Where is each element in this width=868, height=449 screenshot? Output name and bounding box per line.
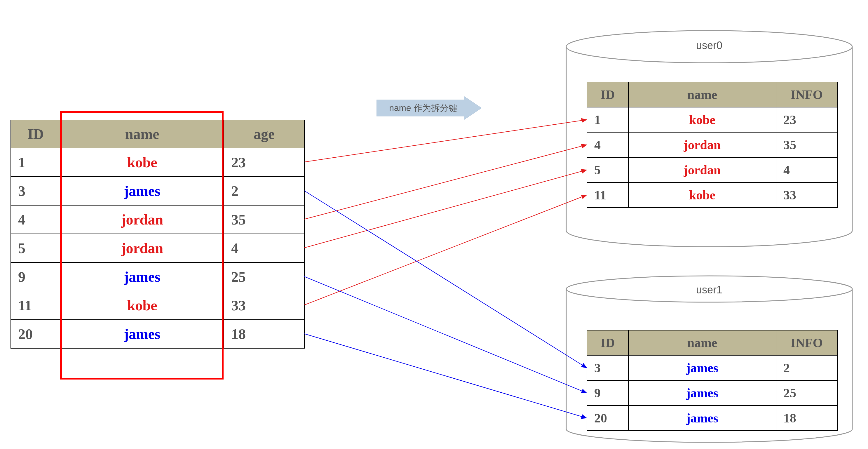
- cell-name: james: [60, 263, 224, 291]
- cell-value: 4: [224, 234, 304, 263]
- cell-id: 4: [587, 132, 628, 157]
- cell-name: james: [628, 406, 776, 430]
- header-id: ID: [11, 120, 60, 148]
- cylinder-user0-label: user0: [680, 39, 738, 52]
- header-age: age: [224, 120, 304, 148]
- cell-value: 33: [224, 291, 304, 320]
- cell-id: 3: [11, 177, 60, 205]
- header-info: INFO: [776, 82, 837, 107]
- table-header-row: ID name INFO: [587, 82, 837, 107]
- cell-value: 18: [776, 406, 837, 430]
- cell-value: 35: [224, 205, 304, 234]
- cell-id: 20: [11, 320, 60, 348]
- cell-id: 11: [587, 182, 628, 208]
- partition-key-arrow: name 作为拆分键: [376, 96, 482, 120]
- cell-name: james: [628, 355, 776, 380]
- table-row: 4jordan35: [11, 205, 304, 234]
- cell-value: 23: [776, 107, 837, 132]
- table-row: 3james2: [587, 355, 837, 380]
- cell-name: jordan: [60, 205, 224, 234]
- table-header-row: ID name age: [11, 120, 304, 148]
- cell-name: james: [60, 320, 224, 348]
- partition-key-label: name 作为拆分键: [376, 96, 470, 120]
- cell-name: james: [60, 177, 224, 205]
- table-row: 1kobe23: [587, 107, 837, 132]
- dest-table-user0: ID name INFO 1kobe234jordan355jordan411k…: [587, 82, 838, 208]
- svg-line-7: [304, 195, 587, 305]
- cell-name: kobe: [628, 107, 776, 132]
- dest-table-user1: ID name INFO 3james29james2520james18: [587, 330, 838, 431]
- cell-name: kobe: [628, 182, 776, 208]
- header-name: name: [628, 330, 776, 355]
- cell-value: 2: [224, 177, 304, 205]
- cell-value: 2: [776, 355, 837, 380]
- header-name: name: [60, 120, 224, 148]
- cell-name: jordan: [628, 157, 776, 182]
- svg-line-10: [304, 334, 587, 418]
- cell-value: 23: [224, 148, 304, 177]
- table-row: 3james2: [11, 177, 304, 205]
- table-header-row: ID name INFO: [587, 330, 837, 355]
- table-row: 11kobe33: [587, 182, 837, 208]
- cell-id: 1: [11, 148, 60, 177]
- cell-name: jordan: [60, 234, 224, 263]
- cell-name: jordan: [628, 132, 776, 157]
- cell-id: 9: [11, 263, 60, 291]
- cell-id: 11: [11, 291, 60, 320]
- svg-line-8: [304, 191, 587, 368]
- cell-id: 20: [587, 406, 628, 430]
- cell-name: kobe: [60, 291, 224, 320]
- table-row: 9james25: [11, 263, 304, 291]
- table-row: 9james25: [587, 380, 837, 406]
- header-info: INFO: [776, 330, 837, 355]
- cell-id: 3: [587, 355, 628, 380]
- table-row: 1kobe23: [11, 148, 304, 177]
- cell-value: 4: [776, 157, 837, 182]
- cell-id: 5: [587, 157, 628, 182]
- cell-value: 25: [776, 380, 837, 406]
- cell-id: 4: [11, 205, 60, 234]
- header-name: name: [628, 82, 776, 107]
- svg-line-6: [304, 170, 587, 248]
- table-row: 11kobe33: [11, 291, 304, 320]
- cylinder-user1-label: user1: [680, 284, 738, 296]
- cell-name: james: [628, 380, 776, 406]
- header-id: ID: [587, 330, 628, 355]
- source-table: ID name age 1kobe233james24jordan355jord…: [10, 120, 305, 349]
- table-row: 20james18: [587, 406, 837, 430]
- cell-value: 35: [776, 132, 837, 157]
- table-row: 4jordan35: [587, 132, 837, 157]
- table-row: 20james18: [11, 320, 304, 348]
- table-row: 5jordan4: [11, 234, 304, 263]
- table-row: 5jordan4: [587, 157, 837, 182]
- cell-id: 9: [587, 380, 628, 406]
- svg-line-5: [304, 145, 587, 219]
- cell-value: 18: [224, 320, 304, 348]
- svg-line-4: [304, 120, 587, 162]
- cell-value: 33: [776, 182, 837, 208]
- cell-name: kobe: [60, 148, 224, 177]
- cell-value: 25: [224, 263, 304, 291]
- header-id: ID: [587, 82, 628, 107]
- svg-line-9: [304, 276, 587, 393]
- cell-id: 1: [587, 107, 628, 132]
- cell-id: 5: [11, 234, 60, 263]
